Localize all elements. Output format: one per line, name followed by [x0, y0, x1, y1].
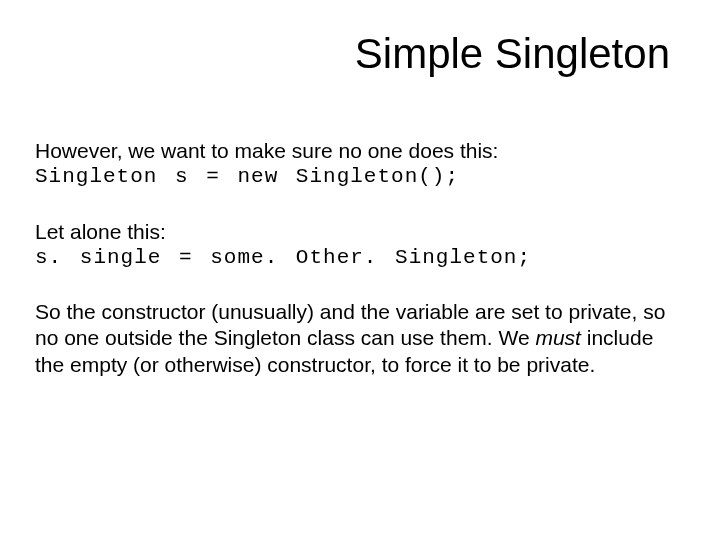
slide-title: Simple Singleton	[35, 30, 670, 78]
p1-text: However, we want to make sure no one doe…	[35, 138, 680, 164]
p3-emphasis: must	[535, 326, 581, 349]
slide-body: However, we want to make sure no one doe…	[35, 138, 680, 378]
p2-text: Let alone this:	[35, 219, 680, 245]
paragraph-1: However, we want to make sure no one doe…	[35, 138, 680, 191]
paragraph-2: Let alone this: s. single = some. Other.…	[35, 219, 680, 272]
p2-code: s. single = some. Other. Singleton;	[35, 245, 680, 271]
slide: Simple Singleton However, we want to mak…	[0, 0, 720, 540]
p1-code: Singleton s = new Singleton();	[35, 164, 680, 190]
paragraph-3: So the constructor (unusually) and the v…	[35, 299, 680, 378]
